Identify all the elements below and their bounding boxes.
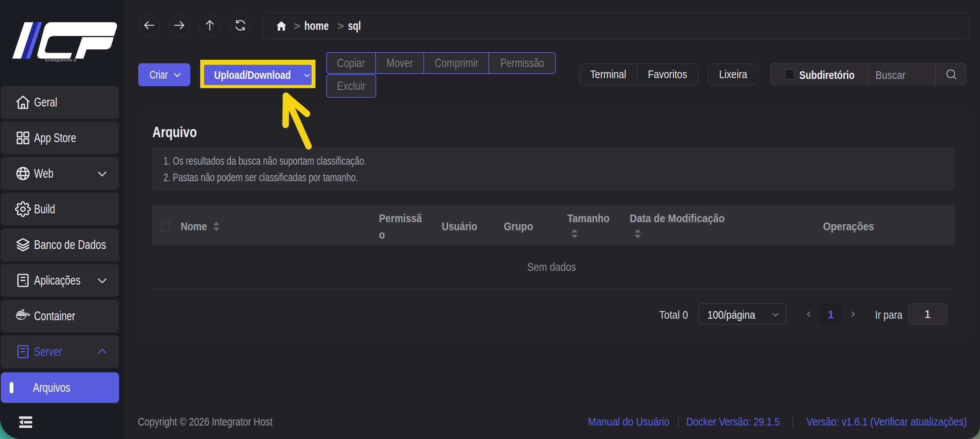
svg-text:byintegratorho st: byintegratorho st (45, 58, 77, 62)
